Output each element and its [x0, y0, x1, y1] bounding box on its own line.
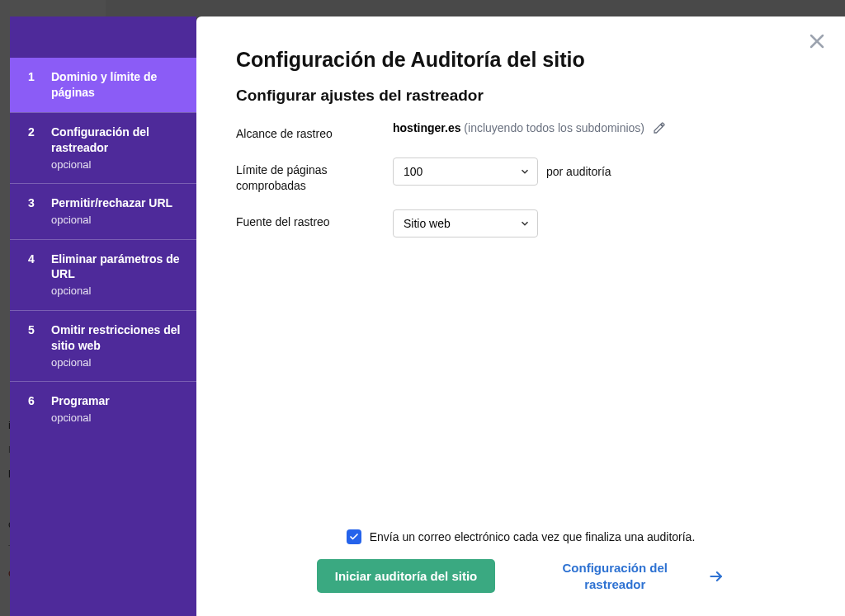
wizard-step-1[interactable]: 1 Dominio y límite de páginas	[10, 58, 196, 112]
crawl-source-select[interactable]: Sitio web	[393, 209, 538, 237]
row-crawl-scope: Alcance de rastreo hostinger.es (incluye…	[236, 121, 805, 143]
pencil-icon	[653, 121, 666, 134]
wizard-steps: 1 Dominio y límite de páginas 2 Configur…	[10, 16, 196, 616]
page-limit-value: 100	[404, 165, 422, 178]
row-page-limit: Límite de páginas comprobadas 100 por au…	[236, 158, 805, 195]
limit-label: Límite de páginas comprobadas	[236, 158, 393, 195]
wizard-step-2[interactable]: 2 Configuración del rastreador opcional	[10, 112, 196, 183]
crawler-settings-link[interactable]: Configuración del rastreador	[545, 560, 685, 592]
step-optional: opcional	[51, 355, 183, 370]
step-number: 4	[28, 252, 40, 299]
step-number: 1	[28, 69, 40, 101]
step-title: Permitir/rechazar URL	[51, 196, 172, 209]
step-title: Configuración del rastreador	[51, 125, 149, 154]
settings-panel: Configuración de Auditoría del sitio Con…	[196, 16, 845, 616]
step-number: 5	[28, 322, 40, 369]
scope-label: Alcance de rastreo	[236, 121, 393, 143]
modal-title: Configuración de Auditoría del sitio	[236, 48, 805, 72]
step-title: Omitir restricciones del sitio web	[51, 323, 180, 352]
close-button[interactable]	[807, 31, 827, 51]
step-title: Eliminar parámetros de URL	[51, 252, 180, 281]
wizard-step-4[interactable]: 4 Eliminar parámetros de URL opcional	[10, 239, 196, 310]
limit-suffix: por auditoría	[546, 165, 611, 178]
scope-subdomains: (incluyendo todos los subdominios)	[464, 121, 644, 134]
email-notify-checkbox[interactable]	[347, 529, 361, 544]
step-number: 6	[28, 393, 40, 425]
step-number: 2	[28, 125, 40, 172]
modal-footer: Envía un correo electrónico cada vez que…	[236, 529, 805, 593]
start-audit-button[interactable]: Iniciar auditoría del sitio	[317, 559, 496, 593]
wizard-step-6[interactable]: 6 Programar opcional	[10, 381, 196, 436]
row-crawl-source: Fuente del rastreo Sitio web	[236, 209, 805, 237]
email-notify-label: Envía un correo electrónico cada vez que…	[370, 530, 696, 543]
edit-scope-button[interactable]	[653, 121, 666, 134]
source-label: Fuente del rastreo	[236, 209, 393, 231]
check-icon	[349, 532, 359, 542]
arrow-right-icon	[708, 568, 725, 585]
crawl-source-value: Sitio web	[404, 217, 451, 230]
step-optional: opcional	[51, 213, 172, 228]
next-step-arrow[interactable]	[708, 568, 725, 585]
step-optional: opcional	[51, 158, 183, 172]
step-title: Programar	[51, 394, 110, 407]
wizard-step-5[interactable]: 5 Omitir restricciones del sitio web opc…	[10, 310, 196, 381]
chevron-down-icon	[519, 218, 531, 229]
close-icon	[807, 31, 827, 51]
wizard-step-3[interactable]: 3 Permitir/rechazar URL opcional	[10, 183, 196, 238]
modal-subtitle: Configurar ajustes del rastreador	[236, 87, 805, 105]
chevron-down-icon	[519, 166, 531, 177]
scope-domain: hostinger.es	[393, 121, 460, 134]
step-optional: opcional	[51, 411, 110, 426]
site-audit-settings-modal: 1 Dominio y límite de páginas 2 Configur…	[10, 16, 845, 616]
email-notify-row: Envía un correo electrónico cada vez que…	[347, 529, 696, 544]
step-title: Dominio y límite de páginas	[51, 70, 157, 99]
step-number: 3	[28, 195, 40, 227]
page-limit-select[interactable]: 100	[393, 158, 538, 186]
step-optional: opcional	[51, 284, 183, 299]
